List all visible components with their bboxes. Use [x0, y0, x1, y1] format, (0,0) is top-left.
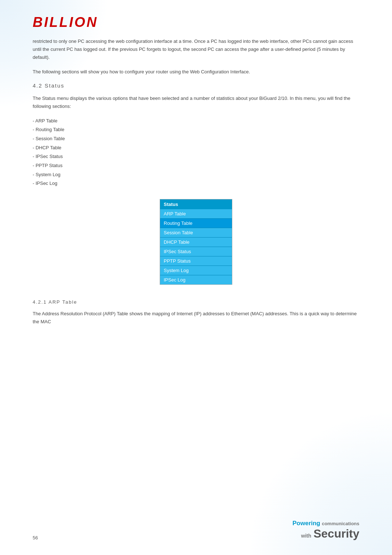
- intro-paragraph-2: The following sections will show you how…: [33, 68, 359, 76]
- status-menu-item-dhcp[interactable]: DHCP Table: [160, 238, 232, 247]
- communications-label: communications: [322, 521, 359, 526]
- section-421-heading: 4.2.1 ARP Table: [33, 299, 359, 305]
- status-menu-item-ipsec-status[interactable]: IPSec Status: [160, 247, 232, 256]
- section-42-body: The Status menu displays the various opt…: [33, 94, 359, 110]
- status-menu-item-arp[interactable]: ARP Table: [160, 209, 232, 219]
- status-menu-item-pptp[interactable]: PPTP Status: [160, 256, 232, 266]
- list-item: - ARP Table: [33, 117, 359, 126]
- status-menu-item-session[interactable]: Session Table: [160, 228, 232, 238]
- with-label: with: [301, 533, 311, 539]
- page-number: 56: [33, 535, 38, 540]
- footer-brand: Powering communications with Security: [293, 520, 359, 540]
- list-item: - DHCP Table: [33, 143, 359, 153]
- list-item: - PPTP Status: [33, 161, 359, 170]
- status-menu-header: Status: [160, 199, 232, 209]
- logo-area: BILLION: [33, 15, 359, 30]
- status-dropdown-menu[interactable]: Status ARP Table Routing Table Session T…: [160, 199, 232, 285]
- security-label: Security: [314, 527, 359, 540]
- intro-paragraph-1: restricted to only one PC accessing the …: [33, 37, 359, 61]
- list-item: - System Log: [33, 170, 359, 179]
- list-item: - IPSec Status: [33, 152, 359, 161]
- status-menu-list: - ARP Table - Routing Table - Session Ta…: [33, 117, 359, 189]
- page-footer: 56 Powering communications with Security: [0, 520, 392, 540]
- list-item: - Session Table: [33, 134, 359, 143]
- list-item: - IPSec Log: [33, 179, 359, 188]
- list-item: - Routing Table: [33, 125, 359, 134]
- status-menu-item-ipsec-log[interactable]: IPSec Log: [160, 275, 232, 284]
- footer-powering-line: Powering communications: [293, 520, 359, 527]
- powering-label: Powering: [293, 520, 320, 527]
- status-menu-widget: Status ARP Table Routing Table Session T…: [33, 199, 359, 285]
- footer-security-line: with Security: [293, 527, 359, 540]
- section-42-heading: 4.2 Status: [33, 82, 359, 89]
- status-menu-item-routing[interactable]: Routing Table: [160, 219, 232, 228]
- section-421-body: The Address Resolution Protocol (ARP) Ta…: [33, 310, 359, 326]
- brand-logo: BILLION: [33, 15, 359, 30]
- status-menu-item-syslog[interactable]: System Log: [160, 266, 232, 275]
